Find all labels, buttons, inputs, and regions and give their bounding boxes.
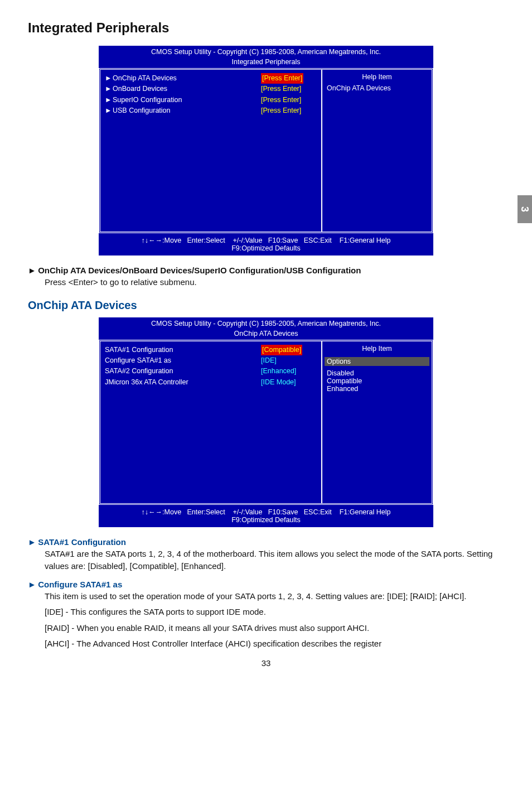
bios1-row-value: [Press Enter] xyxy=(261,73,317,84)
bios2-row-label: SATA#1 Configuration xyxy=(105,345,261,355)
bios1-footer: ↑↓←→:Move Enter:Select +/-/:Value F10:Sa… xyxy=(99,233,433,255)
bios2-row-value: [IDE] xyxy=(261,355,317,366)
section2-item-heading: ► Configure SATA#1 as xyxy=(28,580,504,589)
bios1-row-value: [Press Enter] xyxy=(261,105,317,116)
bios-screenshot-1: CMOS Setup Utility - Copyright (C) 1985-… xyxy=(99,46,433,255)
bios2-option: Compatible xyxy=(327,377,427,385)
bios1-help-panel: Help Item OnChip ATA Devices xyxy=(321,70,432,232)
chevron-right-icon: ► xyxy=(28,537,36,547)
page-tab: 3 xyxy=(518,195,532,223)
bios1-row-label: USB Configuration xyxy=(113,105,261,116)
bios2-row: SATA#1 Configuration [Compatible] xyxy=(105,345,317,355)
bios1-row: ► OnChip ATA Devices [Press Enter] xyxy=(105,73,317,84)
bios1-help-body: OnChip ATA Devices xyxy=(327,84,427,92)
bios2-footer: ↑↓←→:Move Enter:Select +/-/:Value F10:Sa… xyxy=(99,505,433,527)
section1-body: Press <Enter> to go to relative submenu. xyxy=(45,276,504,289)
bios1-row-value: [Press Enter] xyxy=(261,84,317,94)
bios2-help-panel: Help Item Options Disabled Compatible En… xyxy=(321,341,432,503)
bios1-row-value: [Press Enter] xyxy=(261,95,317,105)
bios2-row-label: SATA#2 Configuration xyxy=(105,366,261,377)
bios1-left-panel: ► OnChip ATA Devices [Press Enter] ► OnB… xyxy=(100,70,321,232)
chevron-right-icon: ► xyxy=(105,95,113,105)
bios1-row: ► SuperIO Configuration [Press Enter] xyxy=(105,95,317,105)
bios1-row: ► USB Configuration [Press Enter] xyxy=(105,105,317,116)
bios1-title: CMOS Setup Utility - Copyright (C) 1985-… xyxy=(99,46,433,58)
section2-item-extra: [IDE] - This configures the SATA ports t… xyxy=(45,606,504,619)
bios-screenshot-2: CMOS Setup Utility - Copyright (C) 1985-… xyxy=(99,317,433,527)
page-title: Integrated Peripherals xyxy=(28,20,504,36)
chevron-right-icon: ► xyxy=(28,266,36,275)
bios1-row-label: OnChip ATA Devices xyxy=(113,73,261,84)
section2-item-heading-text: Configure SATA#1 as xyxy=(38,580,122,589)
bios2-options-header: Options xyxy=(325,357,429,366)
bios2-row-value: [IDE Mode] xyxy=(261,377,317,388)
section2-item-body: This item is used to set the operation m… xyxy=(45,590,504,603)
section2-item-body: SATA#1 are the SATA ports 1, 2, 3, 4 of … xyxy=(45,548,504,573)
bios2-option: Enhanced xyxy=(327,385,427,393)
subheading-onchip-ata: OnChip ATA Devices xyxy=(28,299,504,312)
chevron-right-icon: ► xyxy=(105,105,113,116)
section1-heading: ► OnChip ATA Devices/OnBoard Devices/Sup… xyxy=(28,266,504,275)
bios2-help-title: Help Item xyxy=(327,345,427,353)
bios2-option: Disabled xyxy=(327,369,427,377)
section2-item-heading-text: SATA#1 Configuration xyxy=(38,537,126,547)
bios2-row-value: [Enhanced] xyxy=(261,366,317,377)
bios2-row-label: Configure SATA#1 as xyxy=(105,355,261,366)
section2-item-extra: [AHCI] - The Advanced Host Controller In… xyxy=(45,638,504,650)
chevron-right-icon: ► xyxy=(105,73,113,84)
section2-item-extra: [RAID] - When you enable RAID, it means … xyxy=(45,622,504,635)
bios1-row-label: SuperIO Configuration xyxy=(113,95,261,105)
bios2-row: JMicron 36x ATA Controller [IDE Mode] xyxy=(105,377,317,388)
section2-item-heading: ► SATA#1 Configuration xyxy=(28,537,504,547)
bios2-subtitle: OnChip ATA Devices xyxy=(99,330,433,340)
chevron-right-icon: ► xyxy=(28,580,36,589)
chevron-right-icon: ► xyxy=(105,84,113,94)
bios1-row-label: OnBoard Devices xyxy=(113,84,261,94)
bios1-row: ► OnBoard Devices [Press Enter] xyxy=(105,84,317,94)
bios2-row: SATA#2 Configuration [Enhanced] xyxy=(105,366,317,377)
section1-heading-text: OnChip ATA Devices/OnBoard Devices/Super… xyxy=(38,266,361,275)
bios2-left-panel: SATA#1 Configuration [Compatible] Config… xyxy=(100,341,321,503)
bios2-row: Configure SATA#1 as [IDE] xyxy=(105,355,317,366)
bios2-title: CMOS Setup Utility - Copyright (C) 1985-… xyxy=(99,317,433,330)
bios2-row-label: JMicron 36x ATA Controller xyxy=(105,377,261,388)
bios2-row-value: [Compatible] xyxy=(261,345,317,355)
bios1-subtitle: Integrated Peripherals xyxy=(99,58,433,68)
page-number: 33 xyxy=(28,658,504,668)
bios1-help-title: Help Item xyxy=(327,73,427,81)
